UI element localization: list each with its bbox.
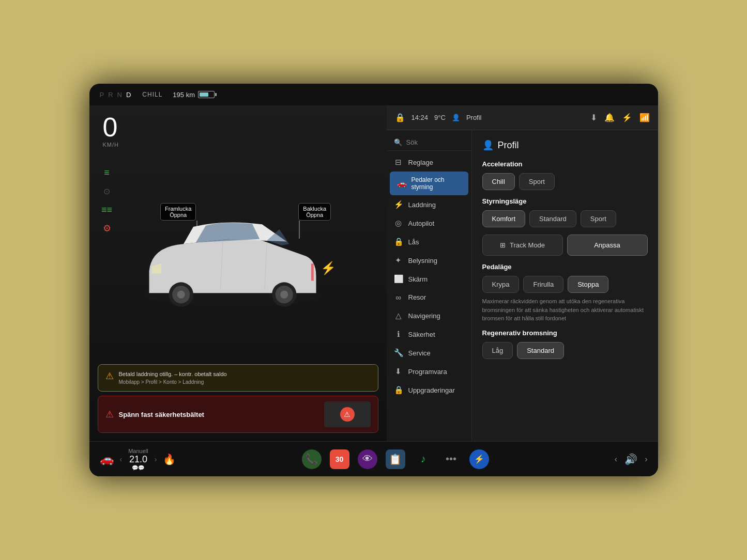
programvara-icon: ⬇: [394, 367, 403, 376]
range-text: 195 km: [173, 91, 195, 99]
taskbar-center: 📞 30 👁 📋 ♪ ••• ⚡: [302, 449, 489, 469]
battery-info: 195 km: [173, 91, 215, 99]
signal-icon: 📶: [639, 113, 650, 122]
seatbelt-warning: ⚠ Spänn fast säkerhetsbältet ⚠: [98, 396, 378, 433]
regen-buttons: Låg Standard: [482, 342, 648, 359]
notification-icon: 🔔: [604, 113, 615, 122]
battery-bar: [198, 91, 215, 98]
nav-item-uppgraderingar[interactable]: 🔒 Uppgraderingar: [387, 381, 471, 399]
track-mode-icon: ⊞: [500, 241, 506, 249]
temp-arrow-left[interactable]: ‹: [120, 455, 123, 463]
settings-main-content: 👤 Profil Acceleration Chill Sport Styrni…: [472, 130, 658, 441]
las-icon: 🔒: [394, 237, 403, 246]
nav-item-belysning[interactable]: ✦ Belysning: [387, 251, 471, 270]
nav-item-sakerhet[interactable]: ℹ Säkerhet: [387, 325, 471, 344]
lock-status-icon: 🔒: [395, 113, 405, 122]
spotify-button[interactable]: ♪: [414, 449, 433, 469]
taskbar-right: ‹ 🔊 ›: [615, 453, 648, 465]
regen-section-title: Regenerativ bromsning: [482, 329, 648, 337]
uppgraderingar-icon: 🔒: [394, 385, 403, 395]
seatbelt-red-circle: ⚠: [340, 407, 355, 422]
p-indicator: P: [100, 91, 105, 99]
search-box[interactable]: 🔍 Sök: [387, 134, 471, 151]
bluetooth-button[interactable]: ⚡: [469, 449, 489, 469]
speed-display: 0 KM/H: [103, 114, 378, 148]
bluetooth-top-icon: ⚡: [622, 113, 632, 122]
acceleration-section-title: Acceleration: [482, 160, 648, 168]
belysning-icon: ✦: [394, 256, 403, 265]
krypa-button[interactable]: Krypa: [482, 276, 520, 293]
sport-acceleration-button[interactable]: Sport: [519, 173, 555, 190]
temp-display: Manuell 21.0 💬💬: [128, 448, 148, 471]
navigering-icon: △: [394, 311, 403, 320]
battery-fill: [200, 92, 208, 97]
download-icon: ⬇: [590, 113, 597, 122]
acceleration-buttons: Chill Sport: [482, 173, 648, 190]
settings-top-bar: 🔒 14:24 9°C 👤 Profil ⬇ 🔔 ⚡ 📶: [387, 105, 658, 130]
svg-point-6: [280, 291, 288, 299]
more-button[interactable]: •••: [441, 449, 461, 469]
calendar-button[interactable]: 30: [330, 449, 349, 469]
drive-mode-badge: CHILL: [142, 91, 162, 98]
phone-button[interactable]: 📞: [302, 449, 322, 469]
prnd-indicator: P R N D: [100, 91, 132, 99]
frirulla-button[interactable]: Frirulla: [523, 276, 563, 293]
nav-item-las[interactable]: 🔒 Lås: [387, 232, 471, 251]
settings-nav: 🔍 Sök ⊟ Reglage 🚗 Pedaler och styrning ⚡…: [387, 130, 472, 441]
volume-prev-icon[interactable]: ‹: [615, 455, 617, 464]
sakerhet-icon: ℹ: [394, 330, 403, 339]
lag-button[interactable]: Låg: [482, 342, 513, 359]
settings-profile-label: Profil: [466, 114, 482, 121]
komfort-button[interactable]: Komfort: [482, 210, 526, 227]
taskbar: 🚗 ‹ Manuell 21.0 💬💬 › 🔥 📞 30 👁 📋 ♪ ••• ⚡…: [89, 441, 658, 476]
nav-item-autopilot[interactable]: ◎ Autopilot: [387, 214, 471, 232]
nav-item-navigering[interactable]: △ Navigering: [387, 306, 471, 325]
standard-button[interactable]: Standard: [529, 210, 576, 227]
nav-item-pedaler[interactable]: 🚗 Pedaler och styrning: [390, 172, 468, 195]
regen-section: Regenerativ bromsning Låg Standard: [482, 329, 648, 359]
pedaler-icon: 🚗: [397, 179, 406, 188]
temp-value: 21.0: [129, 454, 147, 465]
main-content: 0 KM/H ≡ ⊙ ≡≡ ⚙ Framlucka Öppna: [89, 105, 658, 441]
notes-button[interactable]: 📋: [386, 449, 405, 469]
settings-body: 🔍 Sök ⊟ Reglage 🚗 Pedaler och styrning ⚡…: [387, 130, 658, 441]
pedalage-description: Maximerar räckvidden genom att utöka den…: [482, 297, 648, 323]
skarm-icon: ⬜: [394, 274, 403, 284]
taskbar-car-icon: 🚗: [100, 453, 114, 466]
nav-item-service[interactable]: 🔧 Service: [387, 344, 471, 362]
speed-unit: KM/H: [103, 142, 119, 148]
nav-item-resor[interactable]: ∞ Resor: [387, 288, 471, 306]
settings-top-left: 🔒 14:24 9°C 👤 Profil: [395, 113, 482, 122]
settings-panel: 🔒 14:24 9°C 👤 Profil ⬇ 🔔 ⚡ 📶: [387, 105, 658, 441]
tesla-screen: P R N D CHILL 195 km 0 KM/H ≡ ⊙: [89, 84, 658, 476]
seatbelt-alert-icon: ⚠: [105, 409, 114, 420]
warning-box: ⚠ Betald laddning otillg. – kontr. obeta…: [98, 364, 378, 392]
seatbelt-text: Spänn fast säkerhetsbältet: [119, 411, 204, 418]
camera-button[interactable]: 👁: [358, 449, 377, 469]
pedalage-section-title: Pedaläge: [482, 263, 648, 271]
nav-item-laddning[interactable]: ⚡ Laddning: [387, 195, 471, 214]
r-indicator: R: [108, 91, 114, 99]
nav-item-skarm[interactable]: ⬜ Skärm: [387, 270, 471, 288]
d-indicator: D: [126, 91, 132, 99]
nav-item-reglage[interactable]: ⊟ Reglage: [387, 153, 471, 172]
track-mode-row: ⊞ Track Mode Anpassa: [482, 235, 648, 256]
car-svg: [134, 214, 331, 318]
laddning-icon: ⚡: [394, 200, 403, 209]
standard-regen-button[interactable]: Standard: [517, 342, 564, 359]
stoppa-button[interactable]: Stoppa: [568, 276, 608, 293]
track-mode-button[interactable]: ⊞ Track Mode: [482, 235, 563, 256]
anpassa-button[interactable]: Anpassa: [567, 235, 648, 256]
svg-point-3: [177, 291, 185, 299]
warning-icon: ⚠: [105, 370, 114, 382]
volume-next-icon[interactable]: ›: [645, 455, 647, 464]
settings-temp: 9°C: [434, 114, 446, 121]
volume-icon: 🔊: [624, 453, 637, 465]
autopilot-icon: ◎: [394, 219, 403, 228]
styrning-section-title: Styrningsläge: [482, 197, 648, 205]
temp-arrow-right[interactable]: ›: [155, 455, 157, 463]
chill-button[interactable]: Chill: [482, 173, 515, 190]
nav-item-programvara[interactable]: ⬇ Programvara: [387, 362, 471, 381]
heat-icon: 🔥: [163, 453, 176, 465]
sport-styrning-button[interactable]: Sport: [581, 210, 616, 227]
